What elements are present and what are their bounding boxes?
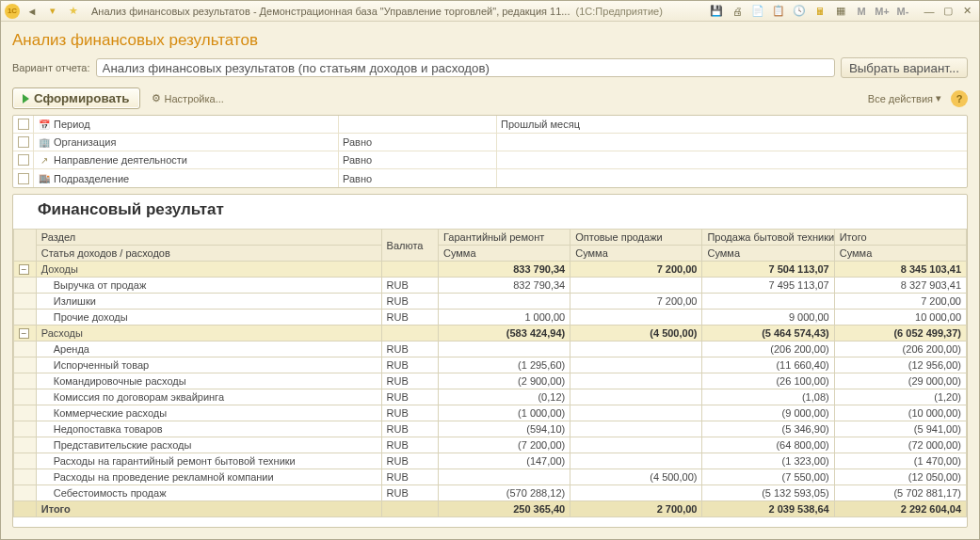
all-actions-button[interactable]: Все действия▾: [868, 92, 941, 104]
filter-table: 📅ПериодПрошлый месяц🏢ОрганизацияРавно↗На…: [12, 115, 968, 188]
report-row[interactable]: Расходы на гарантийный ремонт бытовой те…: [14, 453, 967, 469]
report-row[interactable]: Прочие доходыRUB1 000,009 000,0010 000,0…: [14, 310, 967, 326]
calc-icon[interactable]: 🖩: [811, 4, 828, 19]
report-row[interactable]: Командировочные расходыRUB(2 900,00)(26 …: [14, 373, 967, 389]
row-val-1: [570, 310, 702, 326]
total-label: Итого: [36, 501, 381, 517]
row-val-0: (594,10): [438, 421, 570, 437]
row-val-1: (4 500,00): [570, 326, 702, 341]
filter-value[interactable]: Прошлый месяц: [497, 116, 967, 133]
close-button[interactable]: ✕: [958, 4, 975, 19]
row-val-3: (29 000,00): [834, 373, 966, 389]
report-row[interactable]: Недопоставка товаровRUB(594,10)(5 346,90…: [14, 421, 967, 437]
row-val-2: (5 346,90): [702, 421, 834, 437]
filter-row[interactable]: ↗Направление деятельностиРавно: [13, 151, 967, 169]
print-icon[interactable]: 🖨: [729, 4, 746, 19]
row-val-3: 7 200,00: [834, 294, 966, 310]
report-row[interactable]: Испорченный товарRUB(1 295,60)(11 660,40…: [14, 357, 967, 373]
report-scroll[interactable]: Финансовый результат РазделВалютаГаранти…: [13, 195, 967, 527]
report-row[interactable]: ИзлишкиRUB7 200,007 200,00: [14, 294, 967, 310]
total-val-2: 2 039 538,64: [702, 501, 834, 517]
mem-m[interactable]: M: [853, 4, 870, 19]
row-val-3: 8 345 103,41: [834, 262, 966, 278]
row-val-1: [570, 341, 702, 357]
report-row[interactable]: Представительские расходыRUB(7 200,00)(6…: [14, 437, 967, 453]
copy-icon[interactable]: 📋: [770, 4, 787, 19]
grid-icon[interactable]: ▦: [832, 4, 849, 19]
filter-checkbox[interactable]: [13, 134, 34, 151]
gear-icon: ⚙: [152, 92, 161, 104]
row-val-3: (5 941,00): [834, 421, 966, 437]
row-currency: [381, 262, 438, 278]
row-name: Прочие доходы: [36, 310, 381, 326]
settings-button[interactable]: ⚙ Настройка...: [146, 89, 230, 107]
report-row[interactable]: АрендаRUB(206 200,00)(206 200,00): [14, 341, 967, 357]
star-icon[interactable]: ★: [65, 4, 82, 19]
row-name: Излишки: [36, 294, 381, 310]
filter-checkbox[interactable]: [13, 116, 34, 133]
back-icon[interactable]: ◄: [24, 4, 40, 19]
save-icon[interactable]: 💾: [708, 4, 725, 19]
dropdown-icon[interactable]: ▾: [44, 4, 61, 19]
variant-input[interactable]: [96, 58, 835, 77]
report-row[interactable]: Коммерческие расходыRUB(1 000,00)(9 000,…: [14, 405, 967, 421]
row-name: Расходы: [36, 326, 381, 341]
hdr-currency: Валюта: [381, 230, 438, 262]
filter-value[interactable]: [497, 134, 967, 151]
total-val-3: 2 292 604,04: [834, 501, 966, 517]
filter-checkbox[interactable]: [13, 169, 34, 187]
row-val-0: [438, 469, 570, 485]
row-val-3: (12 050,00): [834, 469, 966, 485]
tree-toggle[interactable]: −: [14, 262, 37, 278]
clock-icon[interactable]: 🕓: [791, 4, 808, 19]
report-row[interactable]: Себестоимость продажRUB(570 288,12)(5 13…: [14, 485, 967, 501]
app-window: 1C ◄ ▾ ★ Анализ финансовых результатов -…: [0, 0, 980, 540]
row-val-2: (64 800,00): [702, 437, 834, 453]
row-name: Себестоимость продаж: [36, 485, 381, 501]
report-row[interactable]: Расходы на проведение рекламной компании…: [14, 469, 967, 485]
filter-row[interactable]: 🏢ОрганизацияРавно: [13, 134, 967, 151]
filter-value[interactable]: [497, 151, 967, 168]
row-val-3: (206 200,00): [834, 341, 966, 357]
filter-name: 🏬Подразделение: [34, 169, 339, 187]
filter-row[interactable]: 🏬ПодразделениеРавно: [13, 169, 967, 187]
report-row[interactable]: −Доходы833 790,347 200,007 504 113,078 3…: [14, 262, 967, 278]
help-button[interactable]: ?: [951, 90, 968, 107]
report-row[interactable]: −Расходы(583 424,94)(4 500,00)(5 464 574…: [14, 326, 967, 341]
chevron-down-icon: ▾: [936, 92, 941, 104]
report-row[interactable]: Выручка от продажRUB832 790,347 495 113,…: [14, 278, 967, 294]
report-row[interactable]: Комиссия по договорам эквайрингаRUB(0,12…: [14, 389, 967, 405]
row-val-2: (9 000,00): [702, 405, 834, 421]
hdr-section: Раздел: [36, 230, 381, 246]
filter-value[interactable]: [497, 169, 967, 187]
hdr-col-2: Продажа бытовой техники: [702, 230, 834, 246]
row-currency: RUB: [381, 373, 438, 389]
row-val-2: (1 323,00): [702, 453, 834, 469]
row-val-1: [570, 278, 702, 294]
row-name: Расходы на проведение рекламной компании: [36, 469, 381, 485]
doc-icon[interactable]: 📄: [749, 4, 766, 19]
row-currency: RUB: [381, 485, 438, 501]
mem-mplus[interactable]: M+: [874, 4, 891, 19]
total-val-0: 250 365,40: [438, 501, 570, 517]
row-val-0: 1 000,00: [438, 310, 570, 326]
mem-mminus[interactable]: M-: [894, 4, 911, 19]
form-button[interactable]: Сформировать: [12, 87, 140, 109]
row-val-0: (7 200,00): [438, 437, 570, 453]
choose-variant-button[interactable]: Выбрать вариант...: [841, 57, 968, 78]
filter-op: Равно: [339, 151, 497, 168]
row-currency: RUB: [381, 294, 438, 310]
filter-row[interactable]: 📅ПериодПрошлый месяц: [13, 116, 967, 134]
row-val-1: 7 200,00: [570, 294, 702, 310]
tree-toggle[interactable]: −: [14, 326, 37, 341]
maximize-button[interactable]: ▢: [940, 4, 956, 19]
row-val-1: (4 500,00): [570, 469, 702, 485]
row-val-1: 7 200,00: [570, 262, 702, 278]
row-currency: RUB: [381, 453, 438, 469]
minimize-button[interactable]: —: [921, 4, 938, 19]
filter-checkbox[interactable]: [13, 151, 34, 168]
toolbar: Сформировать ⚙ Настройка... Все действия…: [1, 84, 979, 115]
group-col: [14, 230, 37, 262]
row-val-2: (1,08): [702, 389, 834, 405]
filter-name: 🏢Организация: [34, 134, 339, 151]
